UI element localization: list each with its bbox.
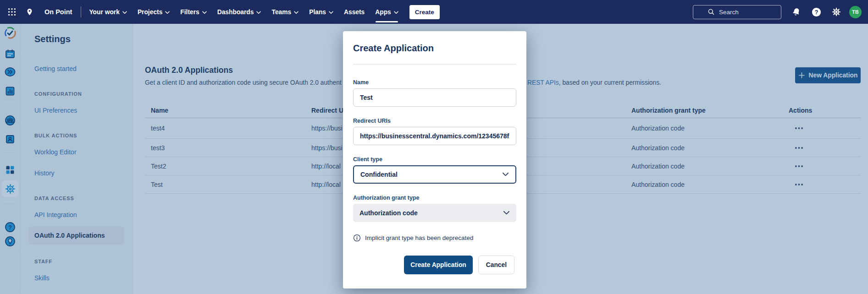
nav-divider <box>81 6 81 17</box>
name-label: Name <box>353 79 516 86</box>
cancel-button[interactable]: Cancel <box>478 256 514 274</box>
chevron-down-icon <box>503 211 510 215</box>
chevron-down-icon <box>256 11 261 14</box>
page-content: ? Settings Getting startedCONFIGURATIONU… <box>0 24 868 294</box>
dialog-divider <box>353 64 516 65</box>
create-application-submit-button[interactable]: Create Application <box>404 256 472 274</box>
chevron-down-icon <box>202 11 207 14</box>
svg-text:?: ? <box>815 9 818 15</box>
nav-item-filters[interactable]: Filters <box>180 0 206 24</box>
nav-item-label: Assets <box>344 9 365 16</box>
deprecation-note-text: Implicit grant type has been deprecated <box>365 234 473 241</box>
nav-item-plans[interactable]: Plans <box>309 0 333 24</box>
grant-type-label: Authorization grant type <box>353 194 516 201</box>
search-icon <box>708 8 715 16</box>
nav-item-teams[interactable]: Teams <box>271 0 299 24</box>
chevron-down-icon <box>294 11 299 14</box>
settings-gear-icon[interactable] <box>831 7 841 17</box>
dialog-actions: Create Application Cancel <box>353 256 516 274</box>
create-button[interactable]: Create <box>409 5 440 19</box>
nav-item-dashboards[interactable]: Dashboards <box>217 0 261 24</box>
client-type-select[interactable]: Confidential <box>353 165 516 184</box>
nav-item-label: Plans <box>309 9 326 16</box>
search-box[interactable] <box>693 5 781 19</box>
nav-item-projects[interactable]: Projects <box>138 0 170 24</box>
nav-item-your-work[interactable]: Your work <box>89 0 127 24</box>
nav-item-label: Projects <box>138 9 162 16</box>
chevron-down-icon <box>329 11 333 14</box>
nav-right: ? TB <box>693 5 862 19</box>
client-type-label: Client type <box>353 156 516 163</box>
deprecation-note: Implicit grant type has been deprecated <box>353 234 516 242</box>
create-application-dialog: Create Application Name Redirect URIs Cl… <box>343 31 526 289</box>
nav-item-label: Teams <box>271 9 291 16</box>
user-avatar[interactable]: TB <box>849 6 862 18</box>
help-icon[interactable]: ? <box>811 7 822 17</box>
nav-item-apps[interactable]: Apps <box>375 0 398 24</box>
redirect-uris-field[interactable] <box>353 127 516 145</box>
chevron-down-icon <box>122 11 127 14</box>
redirect-uris-label: Redirect URIs <box>353 117 516 125</box>
nav-menu: Your workProjectsFiltersDashboardsTeamsP… <box>89 0 398 24</box>
search-input[interactable] <box>719 9 776 16</box>
chevron-down-icon <box>502 172 509 177</box>
grant-type-value: Authorization code <box>359 209 418 217</box>
workspace-name[interactable]: On Point <box>44 8 72 16</box>
nav-item-assets[interactable]: Assets <box>344 0 365 24</box>
top-nav: On Point Your workProjectsFiltersDashboa… <box>0 0 868 24</box>
chevron-down-icon <box>394 11 398 14</box>
dialog-title: Create Application <box>353 42 516 54</box>
app-window: On Point Your workProjectsFiltersDashboa… <box>0 0 868 294</box>
grant-type-select[interactable]: Authorization code <box>353 204 516 222</box>
nav-item-label: Apps <box>375 9 391 16</box>
nav-item-label: Filters <box>180 9 199 16</box>
location-pin-icon[interactable] <box>26 7 33 17</box>
notifications-bell-icon[interactable] <box>791 7 802 17</box>
app-switcher-icon[interactable] <box>7 7 17 16</box>
nav-item-label: Your work <box>89 9 119 16</box>
chevron-down-icon <box>165 11 170 14</box>
nav-item-label: Dashboards <box>217 9 254 16</box>
name-field[interactable] <box>353 88 516 107</box>
client-type-value: Confidential <box>360 171 398 178</box>
info-icon <box>353 234 361 242</box>
